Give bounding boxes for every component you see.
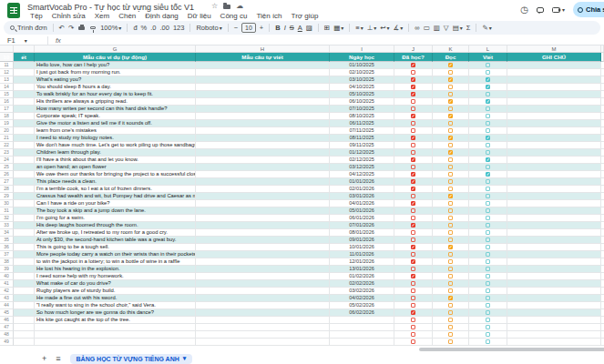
row-number[interactable]: 43 bbox=[0, 295, 14, 302]
cell-own-sentence[interactable] bbox=[196, 222, 330, 229]
cell-write[interactable] bbox=[469, 339, 507, 346]
cell-own-sentence[interactable] bbox=[196, 251, 330, 258]
cell-learned[interactable]: ✓ bbox=[394, 200, 433, 207]
read-checkbox[interactable]: ✓ bbox=[448, 296, 454, 301]
cell-f-partial[interactable] bbox=[14, 244, 35, 251]
cell-write[interactable] bbox=[469, 229, 507, 237]
cell-own-sentence[interactable] bbox=[196, 193, 330, 200]
read-checkbox[interactable] bbox=[448, 128, 454, 134]
write-checkbox[interactable] bbox=[486, 318, 491, 323]
cell-note[interactable] bbox=[507, 135, 601, 142]
learned-checkbox[interactable] bbox=[411, 332, 416, 338]
cell-example-sentence[interactable]: I just got back from my morning run. bbox=[35, 69, 196, 76]
col-letter-f-partial[interactable] bbox=[14, 46, 35, 52]
cell-note[interactable] bbox=[507, 91, 601, 98]
row-number[interactable]: 39 bbox=[0, 266, 14, 273]
cell-study-date[interactable]: 12/01/2026 bbox=[330, 258, 394, 266]
learned-checkbox[interactable]: ✓ bbox=[411, 310, 416, 316]
cell-read[interactable] bbox=[433, 331, 469, 339]
cell-learned[interactable]: ✓ bbox=[394, 113, 433, 120]
cell-read[interactable]: ✓ bbox=[433, 76, 469, 84]
cell-note[interactable] bbox=[507, 222, 601, 229]
cell-study-date[interactable]: 09/01/2026 bbox=[330, 237, 394, 244]
cell-learned[interactable] bbox=[394, 237, 433, 244]
cell-learned[interactable]: ✓ bbox=[394, 258, 433, 266]
write-checkbox[interactable] bbox=[486, 303, 491, 308]
cell-learned[interactable] bbox=[394, 280, 433, 288]
cell-study-date[interactable] bbox=[330, 317, 394, 324]
read-checkbox[interactable]: ✓ bbox=[448, 194, 454, 199]
write-checkbox[interactable]: ✓ bbox=[486, 85, 491, 90]
cell-f-partial[interactable] bbox=[14, 76, 35, 84]
cell-note[interactable] bbox=[507, 302, 601, 309]
cell-write[interactable] bbox=[469, 127, 507, 135]
cell-study-date[interactable]: 02/10/2025 bbox=[330, 69, 394, 76]
cell-example-sentence[interactable]: His deep laughs boomed through the room. bbox=[35, 222, 196, 229]
cell-study-date[interactable]: 06/11/2025 bbox=[330, 120, 394, 127]
cell-note[interactable] bbox=[507, 266, 601, 273]
learned-checkbox[interactable] bbox=[411, 325, 416, 330]
cell-example-sentence[interactable]: We owe them our thanks for bringing the … bbox=[35, 171, 196, 178]
cell-study-date[interactable]: 08/11/2025 bbox=[330, 135, 394, 142]
cell-study-date[interactable]: 11/01/2026 bbox=[330, 251, 394, 258]
cell-write[interactable] bbox=[469, 120, 507, 127]
read-checkbox[interactable] bbox=[448, 325, 454, 330]
cell-example-sentence[interactable] bbox=[35, 339, 196, 346]
write-checkbox[interactable]: ✓ bbox=[486, 77, 491, 83]
cell-write[interactable] bbox=[469, 91, 507, 98]
cell-write[interactable] bbox=[469, 273, 507, 280]
cell-note[interactable] bbox=[507, 258, 601, 266]
cell-study-date[interactable]: 03/12/2025 bbox=[330, 164, 394, 171]
cell-note[interactable] bbox=[507, 157, 601, 164]
read-checkbox[interactable] bbox=[448, 238, 454, 243]
row-number[interactable]: 20 bbox=[0, 127, 14, 135]
cell-own-sentence[interactable] bbox=[196, 237, 330, 244]
read-checkbox[interactable] bbox=[448, 85, 454, 90]
cell-learned[interactable]: ✓ bbox=[394, 62, 433, 69]
cell-write[interactable] bbox=[469, 295, 507, 302]
row-number[interactable]: 48 bbox=[0, 331, 14, 339]
cell-learned[interactable] bbox=[394, 149, 433, 157]
learned-checkbox[interactable]: ✓ bbox=[411, 92, 416, 97]
row-number[interactable]: 40 bbox=[0, 273, 14, 280]
cell-example-sentence[interactable]: I'm going for a swim. bbox=[35, 215, 196, 222]
cell-read[interactable] bbox=[433, 229, 469, 237]
cell-f-partial[interactable] bbox=[14, 309, 35, 317]
write-checkbox[interactable] bbox=[486, 274, 491, 279]
read-checkbox[interactable] bbox=[448, 332, 454, 338]
cell-note[interactable] bbox=[507, 288, 601, 295]
learned-checkbox[interactable]: ✓ bbox=[411, 114, 416, 119]
read-checkbox[interactable] bbox=[448, 339, 454, 345]
learned-checkbox[interactable] bbox=[411, 230, 416, 236]
read-checkbox[interactable] bbox=[448, 259, 454, 265]
row-number[interactable]: 24 bbox=[0, 157, 14, 164]
read-checkbox[interactable] bbox=[448, 288, 454, 294]
cell-example-sentence[interactable]: Give the motor a listen and tell me if i… bbox=[35, 120, 196, 127]
cell-f-partial[interactable] bbox=[14, 258, 35, 266]
learned-checkbox[interactable] bbox=[411, 296, 416, 301]
cell-own-sentence[interactable] bbox=[196, 309, 330, 317]
menu-item[interactable]: Định dạng bbox=[141, 11, 181, 21]
name-box-dropdown-icon[interactable]: ▾ bbox=[25, 37, 27, 44]
write-checkbox[interactable] bbox=[486, 150, 491, 156]
paint-format-button[interactable] bbox=[90, 26, 96, 29]
cell-write[interactable]: ✓ bbox=[469, 84, 507, 91]
cell-note[interactable] bbox=[507, 229, 601, 237]
cell-own-sentence[interactable] bbox=[196, 215, 330, 222]
cell-own-sentence[interactable] bbox=[196, 127, 330, 135]
write-checkbox[interactable] bbox=[486, 310, 491, 316]
write-checkbox[interactable] bbox=[486, 245, 491, 250]
cell-f-partial[interactable] bbox=[14, 84, 35, 91]
comments-icon[interactable] bbox=[537, 7, 544, 13]
cell-note[interactable] bbox=[507, 295, 601, 302]
cell-read[interactable] bbox=[433, 288, 469, 295]
cell-read[interactable] bbox=[433, 106, 469, 113]
cell-own-sentence[interactable] bbox=[196, 120, 330, 127]
cell-example-sentence[interactable]: Corporate speak; IT speak. bbox=[35, 113, 196, 120]
cell-note[interactable] bbox=[507, 215, 601, 222]
cell-learned[interactable] bbox=[394, 339, 433, 346]
col-letter-g[interactable]: G bbox=[35, 46, 196, 52]
write-checkbox[interactable] bbox=[486, 201, 491, 207]
read-checkbox[interactable] bbox=[448, 310, 454, 316]
read-checkbox[interactable]: ✓ bbox=[448, 136, 454, 141]
